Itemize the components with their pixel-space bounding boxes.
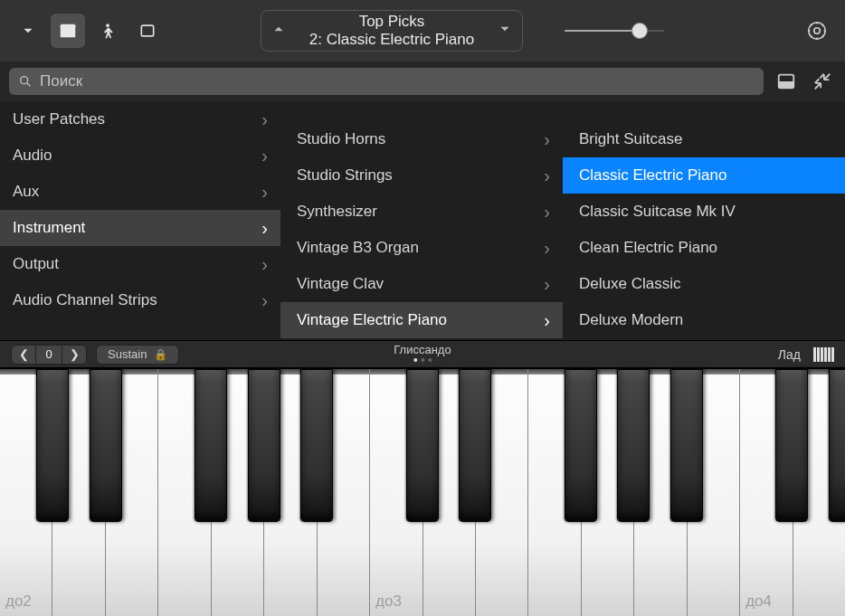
lock-icon: 🔒 [154,348,167,361]
library-button[interactable] [51,14,85,48]
black-key[interactable] [90,369,122,522]
keyboard-control-bar: ❮ 0 ❯ Sustain 🔒 Глиссандо Лад [0,340,845,367]
patch-next-button[interactable] [497,21,513,42]
search-icon [18,74,33,89]
black-key[interactable] [617,369,650,522]
browser-item-label: Instrument [13,219,85,237]
svg-rect-1 [141,25,153,36]
chevron-right-icon: › [544,202,550,223]
browser-item-label: Classic Suitcase Mk IV [579,203,736,221]
black-key[interactable] [459,369,491,522]
black-key[interactable] [195,369,227,522]
piano-keyboard[interactable]: до2 до3 до4 [0,367,845,616]
octave-stepper[interactable]: ❮ 0 ❯ [11,345,87,365]
browser-item-label: Bright Suitcase [579,130,682,148]
chevron-right-icon: › [544,274,550,295]
volume-track-filled [565,30,637,32]
key-label-c4: до4 [745,592,772,611]
black-key[interactable] [300,369,333,522]
black-keys [0,369,845,522]
search-field-wrap[interactable] [9,68,764,95]
top-toolbar: Top Picks 2: Classic Electric Piano [0,0,845,62]
browser-item-label: Clean Electric Piano [579,239,717,257]
svg-point-4 [21,77,28,84]
browser-column-3: Bright Suitcase Classic Electric Piano C… [563,101,845,340]
browser-column-1: User Patches› Audio› Aux› Instrument› Ou… [0,101,280,340]
sustain-button[interactable]: Sustain 🔒 [96,345,179,365]
performer-button[interactable] [90,14,125,48]
page-dots [394,358,451,362]
octave-down-button[interactable]: ❮ [12,347,35,361]
browser-item-label: Studio Strings [297,166,393,185]
keyboard-layout-button[interactable] [813,347,834,362]
browser-item-label: Vintage Clav [297,275,384,293]
chevron-right-icon: › [544,238,550,259]
browser-item-audio-channel-strips[interactable]: Audio Channel Strips› [0,282,280,318]
browser-column-2: Studio Horns› Studio Strings› Synthesize… [280,101,563,340]
browser-item-studio-strings[interactable]: Studio Strings› [280,157,563,194]
search-row [0,62,845,101]
black-key[interactable] [775,369,808,522]
black-key[interactable] [670,369,703,522]
browser-item-label: Deluxe Modern [579,311,683,329]
browser-item-user-patches[interactable]: User Patches› [0,101,280,137]
browser-item-audio[interactable]: Audio› [0,137,280,174]
browser-item-label: Output [13,255,59,273]
volume-thumb[interactable] [631,23,648,39]
key-label-c2: до2 [5,592,32,611]
black-key[interactable] [829,369,845,522]
sustain-label: Sustain [108,347,147,361]
chevron-right-icon: › [544,166,550,186]
collapse-button[interactable] [809,68,836,95]
browser-item-vintage-b3[interactable]: Vintage B3 Organ› [280,230,563,266]
settings-button[interactable] [800,14,834,48]
browser-item-deluxe-classic[interactable]: Deluxe Classic [563,266,845,302]
browser-item-label: Vintage Electric Piano [297,311,447,329]
keyboard-mode-label[interactable]: Глиссандо [394,343,451,362]
patch-selector[interactable]: Top Picks 2: Classic Electric Piano [261,10,523,52]
octave-value: 0 [35,346,62,364]
chevron-right-icon: › [261,146,268,166]
browser-item-bright-suitcase[interactable]: Bright Suitcase [563,121,845,157]
browser-item-vintage-electric-piano[interactable]: Vintage Electric Piano› [280,302,563,338]
browser-item-label: Vintage B3 Organ [297,239,419,257]
scale-label[interactable]: Лад [778,347,801,362]
chevron-right-icon: › [544,310,550,331]
browser-item-instrument[interactable]: Instrument› [0,210,280,246]
key-label-c3: до3 [375,592,402,611]
browser-item-vintage-clav[interactable]: Vintage Clav› [280,266,563,302]
octave-up-button[interactable]: ❯ [62,347,86,361]
browser-item-clean-electric-piano[interactable]: Clean Electric Piano [563,230,845,266]
svg-point-0 [106,24,109,27]
browser-item-synthesizer[interactable]: Synthesizer› [280,194,563,230]
browser-item-label: Classic Electric Piano [579,166,726,185]
keyboard-mode-text: Глиссандо [394,343,451,356]
patch-browser: User Patches› Audio› Aux› Instrument› Ou… [0,101,845,340]
svg-rect-6 [779,81,794,88]
volume-slider[interactable] [565,28,664,33]
browser-item-label: User Patches [13,110,105,128]
chevron-right-icon: › [261,218,268,239]
search-input[interactable] [40,72,755,90]
patch-title-line2: 2: Classic Electric Piano [287,31,497,49]
black-key[interactable] [565,369,597,522]
black-key[interactable] [406,369,439,522]
browser-item-studio-horns[interactable]: Studio Horns› [280,121,563,157]
browser-item-classic-suitcase-mk4[interactable]: Classic Suitcase Mk IV [563,194,845,230]
black-key[interactable] [248,369,280,522]
chevron-right-icon: › [544,129,550,150]
browser-item-aux[interactable]: Aux› [0,174,280,210]
menu-dropdown-button[interactable] [11,14,45,48]
browser-item-label: Audio Channel Strips [13,291,157,309]
browser-item-output[interactable]: Output› [0,246,280,282]
window-button[interactable] [130,14,165,48]
browser-item-label: Aux [13,183,39,201]
view-toggle-button[interactable] [773,68,800,95]
browser-item-classic-electric-piano[interactable]: Classic Electric Piano [563,157,845,194]
browser-item-label: Deluxe Classic [579,275,680,293]
chevron-right-icon: › [261,254,268,275]
svg-point-3 [814,28,821,34]
black-key[interactable] [36,369,69,522]
patch-prev-button[interactable] [271,21,287,42]
browser-item-deluxe-modern[interactable]: Deluxe Modern [563,302,845,338]
